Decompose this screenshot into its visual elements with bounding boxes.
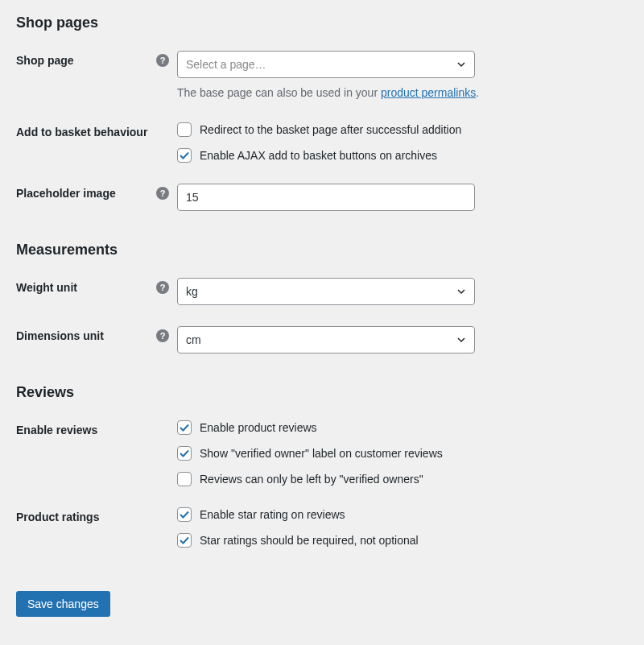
section-heading-reviews: Reviews bbox=[16, 384, 628, 401]
checkbox-enable-reviews-label: Enable product reviews bbox=[200, 421, 317, 434]
weight-unit-label: Weight unit ? bbox=[16, 278, 177, 294]
placeholder-image-label: Placeholder image ? bbox=[16, 184, 177, 200]
placeholder-image-input[interactable] bbox=[177, 184, 475, 211]
checkbox-redirect-basket-label: Redirect to the basket page after succes… bbox=[200, 123, 461, 136]
checkbox-star-required[interactable] bbox=[177, 533, 192, 548]
checkbox-star-rating-label: Enable star rating on reviews bbox=[200, 508, 345, 521]
checkbox-verified-label[interactable] bbox=[177, 446, 192, 461]
checkbox-verified-label-label: Show "verified owner" label on customer … bbox=[200, 447, 443, 460]
chevron-down-icon bbox=[456, 335, 466, 345]
checkbox-enable-reviews[interactable] bbox=[177, 420, 192, 435]
help-icon[interactable]: ? bbox=[156, 187, 169, 200]
checkbox-star-rating[interactable] bbox=[177, 507, 192, 522]
help-icon[interactable]: ? bbox=[156, 54, 169, 67]
section-heading-measurements: Measurements bbox=[16, 242, 628, 258]
save-changes-button[interactable]: Save changes bbox=[16, 591, 110, 617]
checkbox-ajax-basket[interactable] bbox=[177, 148, 192, 163]
chevron-down-icon bbox=[456, 60, 466, 69]
dimensions-unit-label: Dimensions unit ? bbox=[16, 326, 177, 342]
checkbox-ajax-basket-label: Enable AJAX add to basket buttons on arc… bbox=[200, 149, 437, 162]
checkbox-verified-only-label: Reviews can only be left by "verified ow… bbox=[200, 473, 423, 486]
product-permalinks-link[interactable]: product permalinks bbox=[381, 86, 476, 99]
add-to-basket-label: Add to basket behaviour bbox=[16, 122, 177, 139]
section-heading-shop-pages: Shop pages bbox=[16, 14, 628, 31]
checkbox-redirect-basket[interactable] bbox=[177, 122, 192, 137]
help-icon[interactable]: ? bbox=[156, 329, 169, 342]
help-icon[interactable]: ? bbox=[156, 281, 169, 294]
checkbox-star-required-label: Star ratings should be required, not opt… bbox=[200, 534, 419, 547]
product-ratings-label: Product ratings bbox=[16, 507, 177, 523]
dimensions-unit-select[interactable]: cm bbox=[177, 326, 475, 354]
enable-reviews-label: Enable reviews bbox=[16, 420, 177, 436]
shop-page-select[interactable]: Select a page… bbox=[177, 51, 475, 78]
weight-unit-select[interactable]: kg bbox=[177, 278, 475, 305]
chevron-down-icon bbox=[456, 287, 466, 296]
shop-page-description: The base page can also be used in your p… bbox=[177, 85, 628, 101]
shop-page-label: Shop page ? bbox=[16, 51, 177, 67]
checkbox-verified-only[interactable] bbox=[177, 472, 192, 486]
